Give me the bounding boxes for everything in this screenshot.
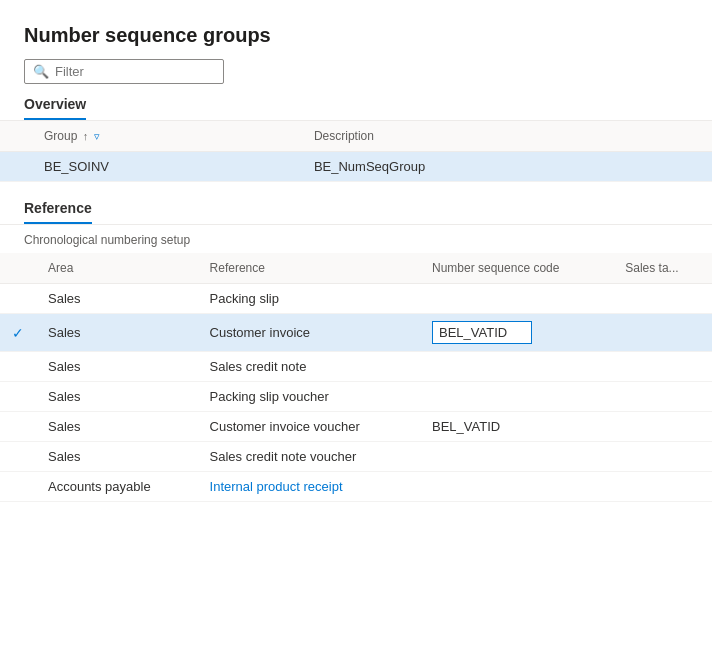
numseq-input[interactable] [432,321,532,344]
numseq-cell [420,472,613,502]
numseq-cell [420,382,613,412]
numseq-cell [420,442,613,472]
ref-area-header: Area [36,253,198,284]
reference-thead: Area Reference Number sequence code Sale… [0,253,712,284]
area-cell: Sales [36,314,198,352]
overview-desc-header: Description [302,121,712,152]
filter-col-icon[interactable]: ▿ [94,130,100,143]
table-row[interactable]: Sales Sales credit note voucher [0,442,712,472]
row-check [0,472,36,502]
page-title: Number sequence groups [0,24,712,59]
table-row[interactable]: BE_SOINV BE_NumSeqGroup [0,152,712,182]
reference-section: Reference Chronological numbering setup … [0,200,712,502]
reference-table: Area Reference Number sequence code Sale… [0,253,712,502]
reference-cell: Customer invoice voucher [198,412,420,442]
overview-tbody: BE_SOINV BE_NumSeqGroup [0,152,712,182]
area-cell: Sales [36,412,198,442]
reference-header-row: Area Reference Number sequence code Sale… [0,253,712,284]
filter-wrap: 🔍 [0,59,712,96]
overview-table: Group ↑ ▿ Description BE_SOINV BE_NumSeq… [0,121,712,182]
overview-check-col [0,121,32,152]
row-check [0,442,36,472]
sort-up-icon: ↑ [83,130,89,142]
checkmark-icon: ✓ [12,325,24,341]
row-check [0,284,36,314]
reference-cell: Sales credit note [198,352,420,382]
overview-tab-label[interactable]: Overview [24,96,86,120]
salestax-cell [613,284,712,314]
overview-tab[interactable]: Overview [0,96,712,121]
reference-table-wrap: Area Reference Number sequence code Sale… [0,253,712,502]
ref-salestax-header: Sales ta... [613,253,712,284]
salestax-cell [613,314,712,352]
area-cell: Sales [36,382,198,412]
ref-check-col [0,253,36,284]
numseq-cell: BEL_VATID [420,412,613,442]
row-check: ✓ [0,314,36,352]
salestax-cell [613,442,712,472]
overview-header-row: Group ↑ ▿ Description [0,121,712,152]
reference-cell: Sales credit note voucher [198,442,420,472]
main-page: Number sequence groups 🔍 Overview Group … [0,0,712,660]
row-check [0,152,32,182]
search-icon: 🔍 [33,64,49,79]
chronological-label: Chronological numbering setup [0,225,712,253]
ref-numseq-header: Number sequence code [420,253,613,284]
table-row[interactable]: Sales Packing slip [0,284,712,314]
salestax-cell [613,412,712,442]
ref-reference-header: Reference [198,253,420,284]
table-row[interactable]: Sales Sales credit note [0,352,712,382]
row-check [0,382,36,412]
overview-thead: Group ↑ ▿ Description [0,121,712,152]
reference-cell: Packing slip voucher [198,382,420,412]
internal-product-receipt-link[interactable]: Internal product receipt [210,479,343,494]
table-row[interactable]: Sales Customer invoice voucher BEL_VATID [0,412,712,442]
reference-cell[interactable]: Internal product receipt [198,472,420,502]
numseq-cell [420,352,613,382]
filter-input[interactable] [55,64,215,79]
overview-group-header[interactable]: Group ↑ ▿ [32,121,302,152]
reference-tab-label[interactable]: Reference [24,200,92,224]
reference-cell: Packing slip [198,284,420,314]
row-check [0,412,36,442]
area-cell: Accounts payable [36,472,198,502]
numseq-cell [420,284,613,314]
overview-table-wrap: Group ↑ ▿ Description BE_SOINV BE_NumSeq… [0,121,712,182]
area-cell: Sales [36,442,198,472]
reference-tbody: Sales Packing slip ✓ Sales Customer invo… [0,284,712,502]
numseq-cell-editing[interactable] [420,314,613,352]
row-check [0,352,36,382]
table-row[interactable]: ✓ Sales Customer invoice [0,314,712,352]
salestax-cell [613,382,712,412]
salestax-cell [613,472,712,502]
reference-cell: Customer invoice [198,314,420,352]
description-cell: BE_NumSeqGroup [302,152,712,182]
area-cell: Sales [36,352,198,382]
table-row[interactable]: Sales Packing slip voucher [0,382,712,412]
salestax-cell [613,352,712,382]
area-cell: Sales [36,284,198,314]
reference-tab[interactable]: Reference [0,200,712,225]
group-cell: BE_SOINV [32,152,302,182]
filter-input-box[interactable]: 🔍 [24,59,224,84]
table-row[interactable]: Accounts payable Internal product receip… [0,472,712,502]
